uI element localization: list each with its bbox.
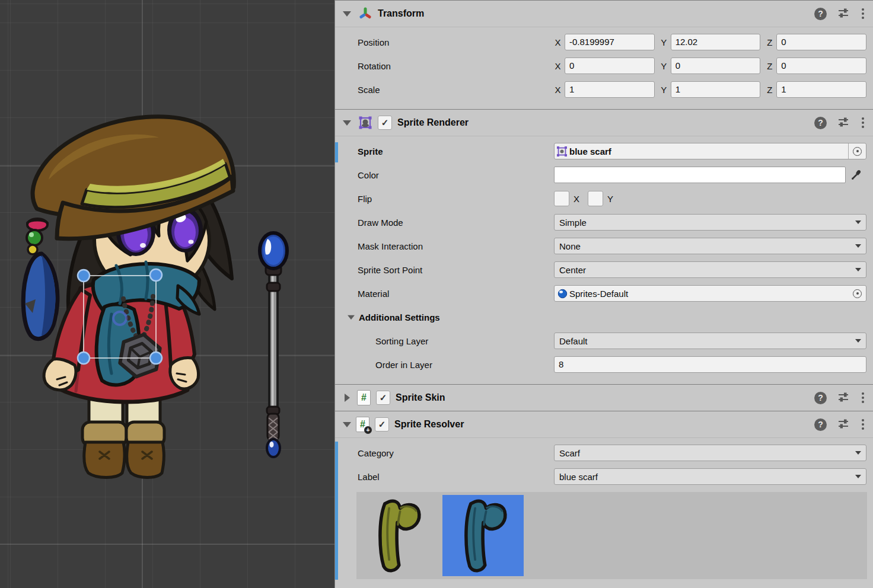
- foldout-expanded-icon[interactable]: [343, 11, 351, 17]
- chevron-down-icon: [855, 475, 861, 478]
- draw-mode-row: Draw Mode Simple: [335, 210, 873, 234]
- eyedropper-icon[interactable]: [846, 169, 866, 181]
- sprite-sort-point-label: Sprite Sort Point: [335, 265, 554, 275]
- sprite-thumb-green-scarf[interactable]: [356, 495, 438, 576]
- scale-label: Scale: [335, 85, 554, 95]
- position-row: Position X-0.8199997 Y12.02 Z0: [335, 30, 873, 54]
- more-menu-icon[interactable]: [860, 419, 866, 430]
- sprite-skin-header[interactable]: # ✓ Sprite Skin ?: [335, 385, 873, 411]
- material-label: Material: [335, 289, 554, 299]
- help-icon[interactable]: ?: [814, 8, 827, 20]
- position-label: Position: [335, 37, 554, 47]
- position-y-field[interactable]: 12.02: [671, 34, 761, 50]
- sprite-resolver-component: # + ✓ Sprite Resolver ? Category Scarf: [335, 411, 873, 579]
- scene-view[interactable]: [0, 0, 334, 588]
- scale-z-field[interactable]: 1: [776, 81, 866, 98]
- presets-icon[interactable]: [837, 116, 850, 130]
- sorting-layer-value: Default: [559, 336, 588, 346]
- flip-x-label: X: [573, 194, 579, 204]
- help-icon[interactable]: ?: [814, 392, 827, 404]
- scale-y-field[interactable]: 1: [671, 81, 761, 98]
- draw-mode-label: Draw Mode: [335, 218, 554, 228]
- sprite-label: Sprite: [335, 146, 554, 156]
- foldout-expanded-icon[interactable]: [343, 422, 351, 427]
- help-icon[interactable]: ?: [814, 418, 827, 431]
- label-value: blue scarf: [559, 472, 598, 482]
- material-object-field[interactable]: Sprites-Default: [554, 285, 866, 302]
- axis-y-label: Y: [660, 85, 668, 95]
- flip-label: Flip: [335, 194, 554, 204]
- help-icon[interactable]: ?: [814, 117, 827, 129]
- transform-component: Transform ? Position X-0.8199997 Y12.02 …: [335, 0, 873, 109]
- more-menu-icon[interactable]: [860, 392, 866, 403]
- axis-z-label: Z: [766, 61, 773, 71]
- position-z-field[interactable]: 0: [776, 34, 866, 50]
- presets-icon[interactable]: [837, 7, 850, 21]
- sprite-skin-component: # ✓ Sprite Skin ?: [335, 384, 873, 411]
- transform-header[interactable]: Transform ?: [335, 1, 873, 27]
- additional-settings-title: Additional Settings: [359, 312, 440, 322]
- presets-icon[interactable]: [837, 391, 850, 405]
- more-menu-icon[interactable]: [860, 8, 866, 19]
- order-in-layer-row: Order in Layer 8: [335, 353, 873, 376]
- foldout-expanded-icon: [348, 315, 355, 319]
- flip-row: Flip X Y: [335, 187, 873, 210]
- order-in-layer-field[interactable]: 8: [554, 356, 866, 373]
- enable-checkbox[interactable]: ✓: [378, 116, 392, 130]
- foldout-expanded-icon[interactable]: [343, 120, 351, 126]
- material-icon: [557, 289, 568, 299]
- sorting-layer-label: Sorting Layer: [335, 336, 554, 346]
- sprite-sort-point-dropdown[interactable]: Center: [554, 261, 866, 278]
- category-value: Scarf: [559, 448, 580, 458]
- rotation-y-field[interactable]: 0: [671, 57, 761, 74]
- component-title: Transform: [378, 8, 424, 19]
- sprite-renderer-header[interactable]: ✓ Sprite Renderer ?: [335, 110, 873, 136]
- category-dropdown[interactable]: Scarf: [554, 445, 866, 461]
- enable-checkbox[interactable]: ✓: [376, 391, 390, 405]
- axis-y-label: Y: [660, 61, 668, 71]
- sprite-thumb-blue-scarf[interactable]: [442, 495, 524, 576]
- flip-y-checkbox[interactable]: [588, 191, 603, 206]
- character-sprite: [23, 117, 234, 478]
- chevron-down-icon: [855, 220, 861, 224]
- category-row: Category Scarf: [335, 441, 873, 465]
- position-x-field[interactable]: -0.8199997: [565, 34, 655, 50]
- rotation-row: Rotation X0 Y0 Z0: [335, 54, 873, 78]
- enable-checkbox[interactable]: ✓: [375, 417, 389, 432]
- mask-interaction-dropdown[interactable]: None: [554, 238, 866, 254]
- object-picker-icon[interactable]: [849, 286, 866, 301]
- rotation-x-field[interactable]: 0: [565, 57, 655, 74]
- rotation-z-field[interactable]: 0: [776, 57, 866, 74]
- scale-x-field[interactable]: 1: [565, 81, 655, 98]
- script-icon: #: [357, 390, 371, 405]
- sorting-layer-dropdown[interactable]: Default: [554, 333, 866, 349]
- axis-z-label: Z: [766, 85, 773, 95]
- axis-x-label: X: [554, 37, 562, 47]
- scale-row: Scale X1 Y1 Z1: [335, 78, 873, 101]
- draw-mode-dropdown[interactable]: Simple: [554, 214, 866, 231]
- label-dropdown[interactable]: blue scarf: [554, 468, 866, 485]
- order-in-layer-label: Order in Layer: [335, 360, 554, 370]
- flip-x-checkbox[interactable]: [554, 191, 569, 206]
- category-label: Category: [335, 448, 554, 458]
- component-title: Sprite Renderer: [397, 117, 469, 128]
- foldout-collapsed-icon[interactable]: [345, 394, 350, 402]
- color-swatch[interactable]: [554, 167, 846, 183]
- more-menu-icon[interactable]: [860, 117, 866, 128]
- object-picker-icon[interactable]: [849, 143, 866, 159]
- sprite-object-field[interactable]: blue scarf: [554, 143, 866, 159]
- flip-y-label: Y: [607, 194, 613, 204]
- chevron-down-icon: [855, 339, 861, 343]
- label-row: Label blue scarf: [335, 465, 873, 488]
- material-value: Sprites-Default: [569, 289, 628, 299]
- material-row: Material Sprites-Default: [335, 282, 873, 305]
- presets-icon[interactable]: [837, 417, 850, 432]
- axis-y-label: Y: [660, 37, 668, 47]
- mask-interaction-value: None: [559, 241, 581, 251]
- sprite-resolver-header[interactable]: # + ✓ Sprite Resolver ?: [335, 411, 873, 438]
- sprite-renderer-component: ✓ Sprite Renderer ? Sprite: [335, 109, 873, 384]
- additional-settings-foldout[interactable]: Additional Settings: [335, 305, 873, 329]
- axis-z-label: Z: [766, 37, 773, 47]
- sorting-layer-row: Sorting Layer Default: [335, 329, 873, 353]
- character-and-staff-sprites: [0, 0, 334, 588]
